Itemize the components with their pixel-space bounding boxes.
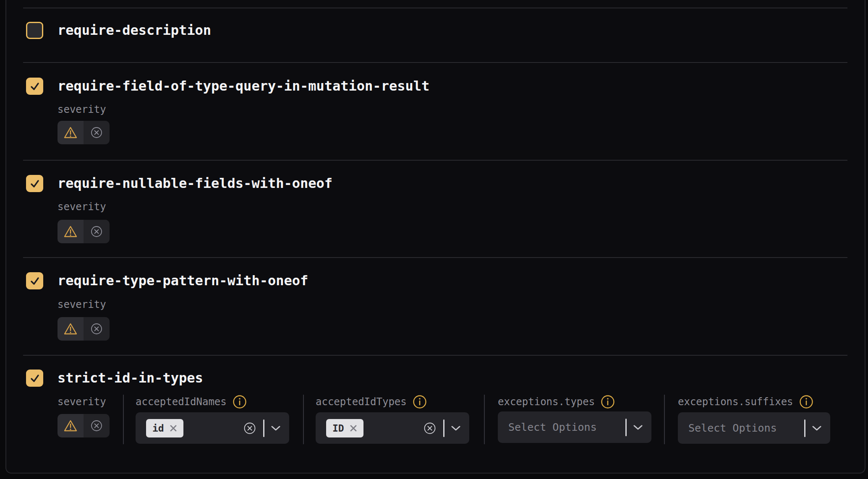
checkbox-require-description[interactable] xyxy=(26,22,43,39)
circle-x-icon xyxy=(90,419,103,432)
tag-chip: id xyxy=(146,419,183,437)
severity-label: severity xyxy=(58,396,106,408)
row-divider xyxy=(23,8,847,8)
warning-triangle-icon xyxy=(63,225,78,238)
row-divider xyxy=(23,62,847,63)
severity-warn-button[interactable] xyxy=(58,317,84,341)
option-label-exceptions-types: exceptions.types xyxy=(498,396,615,408)
column-divider xyxy=(303,395,304,444)
tag-text: id xyxy=(152,419,164,437)
acceptedIdTypes-multiselect[interactable]: ID xyxy=(316,412,469,444)
info-icon[interactable] xyxy=(233,395,247,409)
select-separator xyxy=(443,419,444,437)
column-divider xyxy=(484,395,485,444)
acceptedIdNames-multiselect[interactable]: id xyxy=(136,412,289,444)
option-label-text: exceptions.suffixes xyxy=(678,396,793,408)
checkbox-strict-id-in-types[interactable] xyxy=(26,370,43,387)
rule-name: strict-id-in-types xyxy=(58,370,203,387)
chevron-down-icon[interactable] xyxy=(812,425,822,431)
circle-x-icon xyxy=(90,323,103,335)
info-icon[interactable] xyxy=(413,395,427,409)
severity-off-button[interactable] xyxy=(84,121,110,144)
circle-x-icon xyxy=(90,126,103,139)
select-separator xyxy=(263,419,264,437)
clear-all-icon[interactable] xyxy=(243,422,256,435)
severity-toggle xyxy=(58,220,110,243)
tag-chip: ID xyxy=(326,419,363,437)
select-separator xyxy=(625,419,627,436)
exceptions-types-multiselect[interactable]: Select Options xyxy=(498,411,651,443)
option-label-exceptions-suffixes: exceptions.suffixes xyxy=(678,396,813,408)
checkbox-require-type-pattern-with-oneof[interactable] xyxy=(26,272,43,289)
severity-warn-button[interactable] xyxy=(58,220,84,243)
checkbox-require-field-of-type-query-in-mutation-result[interactable] xyxy=(26,78,43,95)
checkbox-require-nullable-fields-with-oneof[interactable] xyxy=(26,175,43,192)
info-icon[interactable] xyxy=(601,395,615,409)
tag-text: ID xyxy=(332,419,344,437)
severity-warn-button[interactable] xyxy=(58,121,84,144)
row-divider xyxy=(23,160,847,161)
severity-off-button[interactable] xyxy=(84,220,110,243)
option-label-text: acceptedIdNames xyxy=(136,396,227,408)
row-divider xyxy=(23,257,847,258)
check-icon xyxy=(29,81,40,92)
severity-warn-button[interactable] xyxy=(58,414,84,437)
severity-toggle xyxy=(58,317,110,341)
check-icon xyxy=(29,178,40,189)
chevron-down-icon[interactable] xyxy=(271,425,281,431)
check-icon xyxy=(29,373,40,384)
row-divider xyxy=(23,355,847,356)
warning-triangle-icon xyxy=(63,419,78,432)
severity-off-button[interactable] xyxy=(84,317,110,341)
rule-name: require-nullable-fields-with-oneof xyxy=(58,175,332,192)
option-label-acceptedIdTypes: acceptedIdTypes xyxy=(316,396,427,408)
option-label-text: acceptedIdTypes xyxy=(316,396,407,408)
severity-toggle xyxy=(58,414,110,437)
column-divider xyxy=(664,395,665,444)
select-separator xyxy=(804,419,805,437)
check-icon xyxy=(29,276,40,286)
clear-all-icon[interactable] xyxy=(424,422,436,435)
severity-off-button[interactable] xyxy=(84,414,110,437)
warning-triangle-icon xyxy=(63,323,78,336)
warning-triangle-icon xyxy=(63,126,78,139)
severity-toggle xyxy=(58,121,110,144)
severity-label: severity xyxy=(58,103,106,116)
rule-name: require-field-of-type-query-in-mutation-… xyxy=(58,78,429,95)
chevron-down-icon[interactable] xyxy=(633,424,643,430)
severity-label: severity xyxy=(58,298,106,311)
info-icon[interactable] xyxy=(799,395,813,409)
option-label-text: exceptions.types xyxy=(498,396,595,408)
circle-x-icon xyxy=(90,225,103,238)
select-placeholder: Select Options xyxy=(508,421,597,433)
tag-remove-icon[interactable] xyxy=(170,424,177,432)
severity-label: severity xyxy=(58,200,106,213)
column-divider xyxy=(123,395,124,444)
exceptions-suffixes-multiselect[interactable]: Select Options xyxy=(678,412,830,444)
tag-remove-icon[interactable] xyxy=(350,424,357,432)
option-label-acceptedIdNames: acceptedIdNames xyxy=(136,396,247,408)
chevron-down-icon[interactable] xyxy=(451,425,461,431)
rule-name: require-description xyxy=(58,22,211,39)
rule-name: require-type-pattern-with-oneof xyxy=(58,272,308,289)
select-placeholder: Select Options xyxy=(688,422,777,434)
